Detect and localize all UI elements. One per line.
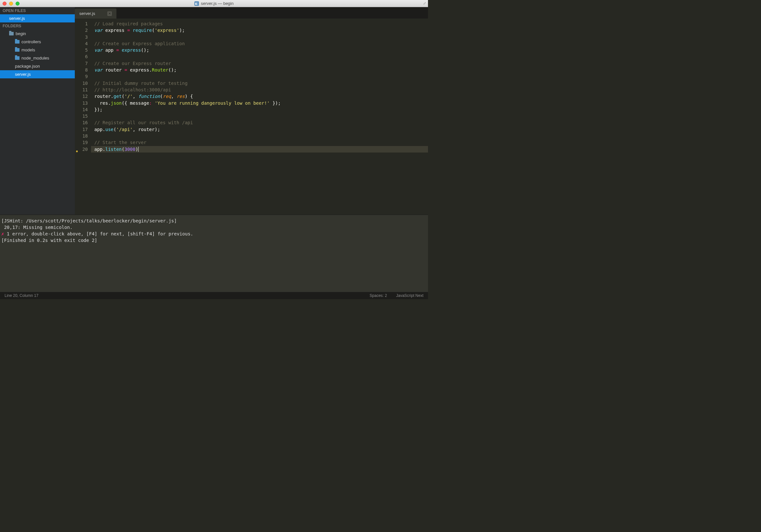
- line-number: 8: [75, 67, 88, 73]
- cursor-position[interactable]: Line 20, Column 17: [5, 293, 38, 298]
- code-line[interactable]: router.get('/', function(req, res) {: [91, 93, 428, 99]
- output-line: ✗ 1 error, double-click above, [F4] for …: [1, 231, 427, 237]
- tab-bar: server.js ✕: [75, 7, 428, 19]
- folder-label: models: [22, 47, 35, 52]
- code-line[interactable]: app.use('/api', router);: [91, 126, 428, 133]
- status-bar: Line 20, Column 17 Spaces: 2 JavaScript …: [0, 292, 428, 299]
- code-line[interactable]: // Create our Express application: [91, 40, 428, 47]
- open-file-label: server.js: [9, 16, 25, 21]
- line-number: 1: [75, 21, 88, 27]
- code-line[interactable]: // Register all our routes with /api: [91, 119, 428, 126]
- folder-root-label: begin: [16, 31, 26, 36]
- line-number: 16: [75, 119, 88, 126]
- line-number-gutter: 1234567891011121314151617181920: [75, 21, 91, 214]
- line-number: 12: [75, 93, 88, 99]
- code-line[interactable]: // Create our Express router: [91, 60, 428, 67]
- folder-node-modules[interactable]: node_modules: [0, 54, 75, 62]
- line-number: 10: [75, 80, 88, 87]
- code-content[interactable]: // Load required packagesvar express = r…: [91, 21, 428, 214]
- code-line[interactable]: // Initial dummy route for testing: [91, 80, 428, 87]
- close-icon[interactable]: ✕: [107, 11, 112, 16]
- file-label: package.json: [15, 64, 40, 69]
- line-number: 4: [75, 40, 88, 47]
- folder-icon: [15, 56, 20, 60]
- line-number: 11: [75, 87, 88, 93]
- output-line[interactable]: 20,17: Missing semicolon.: [1, 224, 427, 231]
- fullscreen-icon[interactable]: ⤢: [423, 1, 426, 6]
- folder-root[interactable]: begin: [0, 30, 75, 38]
- folder-label: node_modules: [22, 56, 49, 60]
- language-mode[interactable]: JavaScript Next: [396, 293, 424, 298]
- code-line[interactable]: res.json({ message: 'You are running dan…: [91, 100, 428, 106]
- code-line[interactable]: // Load required packages: [91, 21, 428, 27]
- line-number: 9: [75, 73, 88, 80]
- code-line[interactable]: app.listen(3000): [91, 146, 428, 152]
- close-window-button[interactable]: [3, 2, 7, 6]
- line-number: 17: [75, 126, 88, 133]
- folder-icon: [15, 40, 20, 43]
- output-panel[interactable]: [JSHint: /Users/scott/Projects/talks/bee…: [0, 214, 428, 292]
- open-file-item[interactable]: server.js: [0, 14, 75, 23]
- line-number: 5: [75, 47, 88, 53]
- code-line[interactable]: [91, 113, 428, 119]
- line-number: 7: [75, 60, 88, 67]
- folder-icon: [9, 32, 14, 35]
- tab-server-js[interactable]: server.js ✕: [75, 9, 116, 19]
- minimize-window-button[interactable]: [9, 2, 13, 6]
- file-label: server.js: [15, 72, 30, 77]
- output-line: [JSHint: /Users/scott/Projects/talks/bee…: [1, 217, 427, 224]
- file-package-json[interactable]: package.json: [0, 62, 75, 70]
- code-line[interactable]: });: [91, 106, 428, 113]
- folders-header: FOLDERS: [0, 23, 75, 30]
- code-line[interactable]: var express = require('express');: [91, 27, 428, 33]
- line-number: 3: [75, 34, 88, 40]
- editor-area: server.js ✕ 1234567891011121314151617181…: [75, 7, 428, 214]
- code-line[interactable]: var app = express();: [91, 47, 428, 53]
- line-number: 13: [75, 100, 88, 106]
- window-title-text: server.js — begin: [201, 1, 233, 6]
- folder-label: controllers: [22, 39, 41, 44]
- code-line[interactable]: [91, 133, 428, 139]
- text-cursor: [138, 147, 139, 152]
- file-icon: ◧: [195, 1, 199, 6]
- line-number: 19: [75, 139, 88, 146]
- open-files-header: OPEN FILES: [0, 7, 75, 14]
- folder-icon: [15, 48, 20, 52]
- code-line[interactable]: [91, 73, 428, 80]
- title-bar: ◧ server.js — begin ⤢: [0, 0, 428, 7]
- line-number: 14: [75, 106, 88, 113]
- gutter-warning-icon: [76, 150, 78, 152]
- folder-models[interactable]: models: [0, 46, 75, 54]
- code-line[interactable]: // http://localhost:3000/api: [91, 87, 428, 93]
- window-title: ◧ server.js — begin: [195, 1, 233, 6]
- indentation-setting[interactable]: Spaces: 2: [370, 293, 387, 298]
- traffic-lights: [0, 2, 20, 6]
- line-number: 15: [75, 113, 88, 119]
- code-line[interactable]: // Start the server: [91, 139, 428, 146]
- line-number: 2: [75, 27, 88, 33]
- code-line[interactable]: [91, 34, 428, 40]
- tab-label: server.js: [79, 11, 95, 16]
- line-number: 6: [75, 53, 88, 60]
- line-number: 18: [75, 133, 88, 139]
- code-editor[interactable]: 1234567891011121314151617181920 // Load …: [75, 19, 428, 214]
- code-line[interactable]: var router = express.Router();: [91, 67, 428, 73]
- code-line[interactable]: [91, 53, 428, 60]
- output-line: [Finished in 0.2s with exit code 2]: [1, 237, 427, 244]
- maximize-window-button[interactable]: [16, 2, 20, 6]
- file-server-js[interactable]: server.js: [0, 70, 75, 78]
- sidebar[interactable]: OPEN FILES server.js FOLDERS begin contr…: [0, 7, 75, 214]
- folder-controllers[interactable]: controllers: [0, 38, 75, 46]
